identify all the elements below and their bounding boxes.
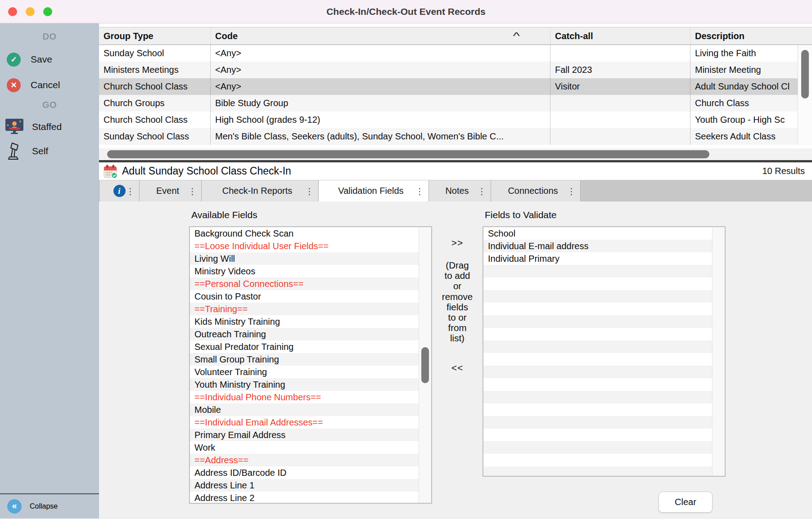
empty-row [483,303,712,315]
available-field-item[interactable]: Address Line 1 [190,479,419,492]
self-button[interactable]: Self [0,143,99,159]
available-fields-list[interactable]: Background Check Scan==Loose Individual … [189,226,432,504]
table-rows: Sunday School<Any>Living the FaithMinist… [99,45,798,145]
collapse-button[interactable]: « Collapse [0,493,99,519]
empty-row [483,265,712,277]
table-cell: Ministers Meetings [99,62,210,78]
record-header: Adult Sunday School Class Check-In 10 Re… [99,162,812,180]
available-field-item[interactable]: ==Individual Phone Numbers== [190,391,419,403]
available-list-scrollbar-thumb[interactable] [421,347,429,383]
close-button[interactable] [8,7,17,16]
table-horizontal-scrollbar-thumb[interactable] [107,150,709,158]
table-vertical-scrollbar[interactable] [798,45,812,145]
validate-field-item[interactable]: School [483,227,712,240]
save-button[interactable]: ✓ Save [0,51,99,67]
available-field-item[interactable]: Address ID/Barcode ID [190,466,419,479]
cancel-button[interactable]: ✕ Cancel [0,77,99,93]
available-field-item[interactable]: Primary Email Address [190,429,419,441]
collapse-label: Collapse [30,502,58,510]
available-field-item[interactable]: Kids Ministry Training [190,315,419,328]
tab-event[interactable]: Event⋮ [140,180,202,201]
validate-list-scrollbar[interactable] [712,227,725,476]
tab-info[interactable]: i ⋮ [99,180,140,201]
tab-menu-dots[interactable]: ⋮ [567,187,576,195]
titlebar: Check-In/Check-Out Event Records [0,0,812,23]
app-window: Check-In/Check-Out Event Records DO ✓ Sa… [0,0,812,519]
tab-validation-fields[interactable]: Validation Fields⋮ [319,180,429,201]
tab-menu-dots[interactable]: ⋮ [305,187,314,195]
column-header-group-type[interactable]: Group Type [99,27,210,45]
table-row[interactable]: Church School Class<Any>VisitorAdult Sun… [99,78,798,95]
available-field-item[interactable]: Mobile [190,403,419,416]
available-field-item[interactable]: Outreach Training [190,328,419,340]
available-field-item[interactable]: Small Group Training [190,353,419,366]
empty-row [483,416,712,429]
calendar-check-icon [104,164,118,179]
table-cell: Fall 2023 [550,62,690,78]
tab-connections[interactable]: Connections⋮ [491,180,581,201]
tab-menu-dots[interactable]: ⋮ [126,187,135,195]
sidebar: DO ✓ Save ✕ Cancel GO [0,23,99,519]
empty-row [483,353,712,366]
available-field-item[interactable]: Sexual Predator Training [190,340,419,353]
collapse-chevrons-icon: « [7,499,22,514]
table-cell [550,45,690,62]
available-field-item[interactable]: ==Training== [190,303,419,315]
table-cell: Minister Meeting [690,62,798,78]
validate-field-item[interactable]: Individual E-mail address [483,240,712,252]
available-field-item[interactable]: ==Individual Email Addresses== [190,416,419,429]
validation-fields-panel: Available Fields Fields to Validate Back… [99,201,812,519]
available-field-item[interactable]: Work [190,441,419,454]
available-field-item[interactable]: Background Check Scan [190,227,419,240]
empty-row [483,454,712,466]
column-header-catch-all[interactable]: Catch-all [550,27,690,45]
available-field-item[interactable]: Cousin to Pastor [190,290,419,303]
available-field-item[interactable]: Volunteer Training [190,366,419,378]
clear-button[interactable]: Clear [659,492,713,513]
table-cell: <Any> [210,45,550,62]
sort-ascending-icon[interactable]: ^ [513,27,519,45]
zoom-button[interactable] [43,7,52,16]
empty-row [483,366,712,378]
empty-row [483,429,712,441]
table-row[interactable]: Sunday School ClassMen's Bible Class, Se… [99,128,798,145]
table-horizontal-scrollbar[interactable] [99,148,812,160]
tab-menu-dots[interactable]: ⋮ [478,187,486,195]
column-header-code[interactable]: Code^ [210,27,550,45]
fields-to-validate-list[interactable]: SchoolIndividual E-mail addressIndividua… [483,226,726,477]
available-field-item[interactable]: Ministry Videos [190,265,419,277]
empty-row [483,391,712,403]
table-cell: <Any> [210,62,550,78]
available-field-item[interactable]: Address Line 2 [190,492,419,503]
tab-check-in-reports[interactable]: Check-In Reports⋮ [202,180,319,201]
table-row[interactable]: Ministers Meetings<Any>Fall 2023Minister… [99,62,798,78]
empty-row [483,328,712,340]
validate-field-item[interactable]: Individual Primary [483,252,712,265]
table-cell: Adult Sunday School Cl [690,78,798,95]
save-check-icon: ✓ [7,53,21,67]
remove-fields-control[interactable]: << [432,362,483,373]
available-field-item[interactable]: ==Address== [190,454,419,466]
available-field-item[interactable]: ==Personal Connections== [190,277,419,290]
staffed-button[interactable]: Staffed [0,119,99,135]
table-cell: Sunday School Class [99,128,210,145]
available-field-item[interactable]: Youth Ministry Training [190,378,419,391]
available-list-scrollbar[interactable] [419,227,431,503]
tab-notes[interactable]: Notes⋮ [429,180,491,201]
table-row[interactable]: Sunday School<Any>Living the Faith [99,45,798,62]
empty-row [483,315,712,328]
available-field-item[interactable]: Living Will [190,252,419,265]
column-header-description[interactable]: Description [690,27,812,45]
add-fields-control[interactable]: >> [432,237,483,248]
tab-menu-dots[interactable]: ⋮ [188,187,197,195]
staffed-label: Staffed [32,121,62,132]
table-vertical-scrollbar-thumb[interactable] [801,50,809,98]
table-cell [550,95,690,112]
window-controls [8,7,52,16]
table-row[interactable]: Church GroupsBible Study GroupChurch Cla… [99,95,798,112]
table-cell: <Any> [210,78,550,95]
available-field-item[interactable]: ==Loose Individual User Fields== [190,240,419,252]
tab-menu-dots[interactable]: ⋮ [415,187,424,195]
table-row[interactable]: Church School ClassHigh School (grades 9… [99,112,798,128]
minimize-button[interactable] [26,7,35,16]
